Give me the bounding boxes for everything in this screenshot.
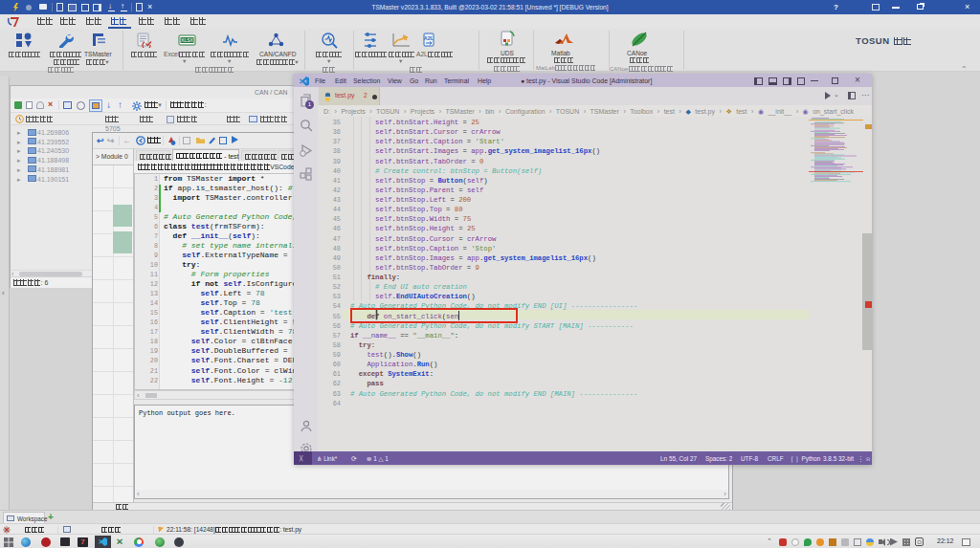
svg-text:XLSX: XLSX [181, 37, 193, 43]
svg-text:A2L: A2L [424, 35, 434, 41]
